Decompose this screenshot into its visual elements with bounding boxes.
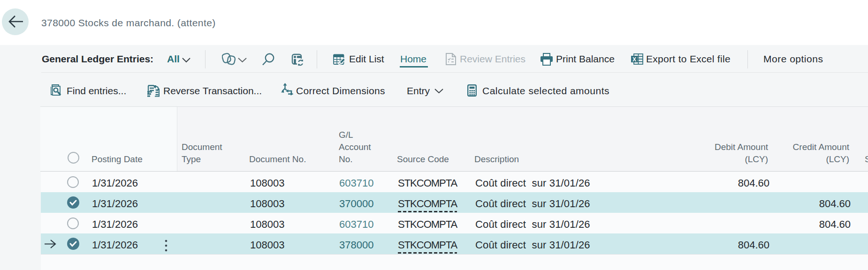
svg-text:X: X — [632, 56, 636, 63]
